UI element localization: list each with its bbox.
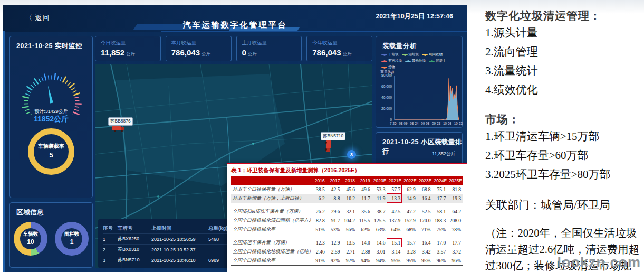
legend-item[interactable]: 湿垃圾 <box>402 52 419 57</box>
report-cell: 2.59 <box>326 247 342 256</box>
report-cell: 91.7 <box>326 216 342 225</box>
report-cell: 3.14 <box>387 247 402 256</box>
legend-label: 干垃圾 <box>388 52 399 57</box>
report-cell: 15.7 <box>402 238 417 247</box>
market-list-item: 3.2025环卫车存量>80万部 <box>485 165 640 184</box>
table-row[interactable]: 3苏BN57102021-10-25 10:46:106989349 <box>103 255 245 265</box>
chart-legend[interactable]: 干垃圾湿垃圾可回收物有害垃圾其他垃圾混凝土货物 <box>381 52 459 70</box>
report-cell: 53.3 <box>372 185 387 194</box>
report-gap-row <box>231 203 463 207</box>
legend-marker-icon <box>381 61 387 62</box>
report-cell: 15.1 <box>387 238 402 247</box>
region-donuts: 车辆数10围栏数1 <box>10 222 92 256</box>
stat-card: 本月收运量786,043公斤 <box>166 36 232 61</box>
report-cell: 38.7 <box>372 207 387 216</box>
y-axis-ticks: 80,00060,00040,00020,0000 <box>377 73 393 122</box>
cluster-badge[interactable]: 3 <box>347 150 356 159</box>
report-row-label: 环卫车全口径保有量（万辆） <box>231 185 311 194</box>
monitor-title: 2021-10-25 实时监控 <box>16 42 82 51</box>
report-cell: 78% <box>447 225 463 234</box>
report-cell: 81.8 <box>447 185 463 194</box>
truck-icon[interactable] <box>325 140 332 153</box>
notes-list: 1.源头计量2.流向管理3.流量统计4.绩效优化 <box>485 23 640 99</box>
legend-item[interactable]: 其他垃圾 <box>405 59 426 63</box>
table-row[interactable]: 2苏BX03102021-10-25 10:52:370 <box>103 244 245 255</box>
report-cell: 12.9 <box>326 238 342 247</box>
report-cell: 8.8 <box>326 194 342 203</box>
table-cell: 苏BX0310 <box>118 246 151 253</box>
report-row: 环卫车全口径保有量（万辆）38.542.545.649.653.357.762.… <box>231 185 463 194</box>
note-list-item: 4.绩效优化 <box>485 80 640 99</box>
report-cell: 6.2 <box>311 194 326 203</box>
report-cell: 14.0 <box>357 238 372 247</box>
legend-item[interactable]: 干垃圾 <box>381 52 399 57</box>
report-cell: 13.3 <box>387 194 402 203</box>
report-cell: 95% <box>417 256 432 266</box>
report-cell: 42.5 <box>326 185 342 194</box>
stat-label: 今日收运量 <box>101 40 155 46</box>
region-info-panel: 区域信息 车辆数10围栏数1 <box>9 202 93 268</box>
report-cell: 137.9 <box>387 216 402 225</box>
region-donut: 围栏数1 <box>55 222 89 256</box>
report-cell: 10.2 <box>341 194 357 203</box>
x-tick: 08-09 <box>399 121 407 125</box>
x-tick: 10-23 <box>454 121 463 125</box>
note-list-item: 3.流量统计 <box>485 61 640 80</box>
table-row[interactable]: 1苏BX62502021-10-25 10:56:595468-17 <box>103 233 245 244</box>
report-cell: 47.2 <box>402 207 417 216</box>
report-cell: 3.72 <box>447 247 463 256</box>
legend-label: 其他垃圾 <box>412 59 426 63</box>
donut-label: 车辆数 <box>14 231 47 238</box>
report-cell: 82.8 <box>311 216 326 225</box>
x-tick: 09-23 <box>432 121 440 125</box>
y-tick: 40,000 <box>377 96 392 99</box>
report-cell: 208.0 <box>447 216 463 225</box>
legend-item[interactable]: 可回收物 <box>422 52 443 57</box>
report-row: 全国全口径机械化垃圾清运量（亿吨）2.462.592.712.883.013.1… <box>231 247 463 256</box>
report-year-header: 2019 <box>357 176 372 185</box>
column-header: 车牌号 <box>118 225 151 232</box>
stats-row: 今日收运量11,852公斤本月收运量786,043公斤上月收运量0公斤今年收运量… <box>95 36 372 61</box>
report-cell: 11.7 <box>357 194 372 203</box>
report-year-header: 2025E <box>447 176 463 185</box>
table-cell: 3 <box>103 258 118 263</box>
legend-label: 混凝土 <box>436 59 446 63</box>
stat-label: 上月收运量 <box>242 40 296 46</box>
note-list-item: 1.源头计量 <box>485 23 640 42</box>
report-cell: 3.28 <box>402 247 417 256</box>
report-label-header <box>231 176 311 185</box>
legend-label: 有害垃圾 <box>388 59 402 63</box>
report-cell: 96% <box>447 256 463 266</box>
legend-item[interactable]: 混凝土 <box>429 59 446 63</box>
report-cell: 68.8 <box>417 185 432 194</box>
report-cell: 104.2 <box>341 216 357 225</box>
report-cell: 96% <box>432 256 448 266</box>
gauge-current-value: 11852公斤 <box>10 115 92 124</box>
datetime-display: 2021年10月25日 12:57:46 <box>376 12 453 21</box>
legend-item[interactable]: 有害垃圾 <box>381 59 402 63</box>
report-cell: 3.01 <box>372 247 387 256</box>
report-table: 20162017201820192020E2021E2022E2023E2024… <box>231 176 463 266</box>
load-gauge <box>15 62 89 115</box>
report-cell: 12.3 <box>311 238 326 247</box>
report-cell: 3.42 <box>417 247 432 256</box>
ranking-rows: 111,852公斤 <box>382 151 456 157</box>
legend-label: 可回收物 <box>429 52 443 57</box>
y-tick: 60,000 <box>377 85 392 88</box>
report-cell: 64.2 <box>447 207 463 216</box>
report-cell: 14.9 <box>402 194 417 203</box>
loading-analysis-title: 装载量分析 <box>382 42 417 51</box>
stat-unit: 公斤 <box>248 51 257 57</box>
equipment-forecast-table: 表 1：环卫装备保有量及新增量测算（2016-2025E） 2016201720… <box>227 163 467 272</box>
report-year-header: 2018 <box>341 176 357 185</box>
report-cell: 35.6 <box>357 207 372 216</box>
report-row: 全国清扫&清洗车保有量（万辆）26.229.632.135.638.742.54… <box>231 207 463 216</box>
top-bar: 〈 返回 汽车运输数字化管理平台 2021年10月25日 12:57:46 <box>3 5 467 32</box>
note-list-item: 2.流向管理 <box>485 42 640 61</box>
truck-icon[interactable] <box>112 125 125 132</box>
table-cell: 苏BX6250 <box>118 236 151 242</box>
stat-card: 上月收运量0公斤 <box>236 36 302 61</box>
report-cell: 62% <box>357 225 372 234</box>
report-cell: 94% <box>357 256 372 266</box>
report-cell: 11.9 <box>372 194 387 203</box>
